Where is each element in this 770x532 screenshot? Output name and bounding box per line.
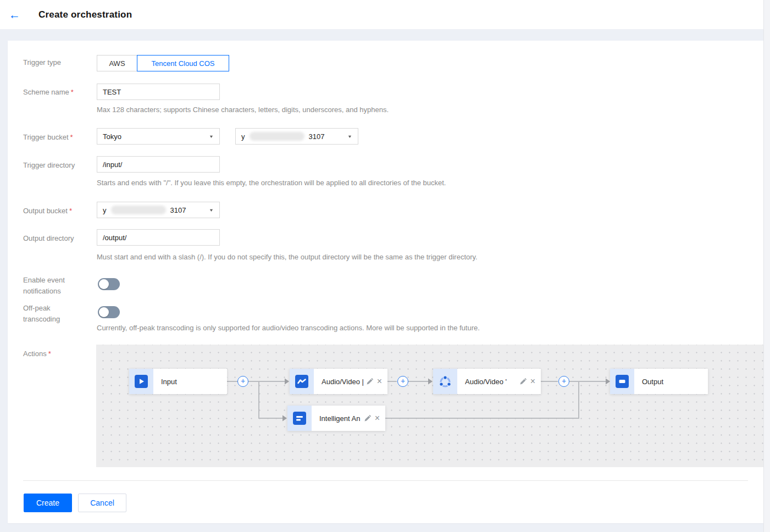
redacted-bucket-name <box>250 132 304 141</box>
connector-lines <box>96 345 763 467</box>
flow-node-label: Audio/Video | <box>322 378 364 386</box>
trigger-type-option-tencent-cos[interactable]: Tencent Cloud COS <box>137 55 229 71</box>
create-orchestration-page: ← Create orchestration Trigger type AWS … <box>0 0 770 532</box>
page-title: Create orchestration <box>38 9 132 20</box>
required-asterisk: * <box>71 88 74 96</box>
trigger-type-option-tencent-cos-label: Tencent Cloud COS <box>152 59 215 68</box>
actions-flow-canvas: Input + Audio/Video | × + <box>96 345 763 467</box>
flow-node-input[interactable]: Input <box>129 369 227 394</box>
required-asterisk: * <box>48 350 51 358</box>
output-directory-value: /output/ <box>103 234 126 242</box>
add-action-button[interactable]: + <box>237 376 248 387</box>
off-peak-toggle[interactable] <box>98 306 120 318</box>
flow-node-intelligent-analysis[interactable]: Intelligent An × <box>287 406 385 431</box>
remove-node-icon[interactable]: × <box>377 377 382 386</box>
scheme-name-value: TEST <box>103 88 121 96</box>
edit-pencil-icon[interactable] <box>366 378 373 385</box>
create-orchestration-form-card: Trigger type AWS Tencent Cloud COS Schem… <box>8 41 763 523</box>
trigger-directory-input[interactable]: /input/ <box>97 156 220 173</box>
required-asterisk: * <box>69 207 72 215</box>
trigger-bucket-label: Trigger bucket* <box>23 132 93 143</box>
trigger-bucket-name-prefix: y <box>241 132 245 141</box>
trigger-directory-value: /input/ <box>103 160 122 169</box>
scheme-name-help: Max 128 characters; supports Chinese cha… <box>97 106 389 114</box>
scrollbar-track[interactable] <box>763 0 770 532</box>
chevron-down-icon: ▼ <box>209 208 214 213</box>
flow-node-label: Output <box>642 378 708 386</box>
flow-node-label: Input <box>161 378 227 386</box>
flow-node-label: Audio/Video ' <box>465 378 517 386</box>
chevron-down-icon: ▼ <box>209 134 214 139</box>
flow-node-audio-video-1[interactable]: Audio/Video | × <box>290 369 387 394</box>
flow-node-output[interactable]: Output <box>610 369 708 394</box>
edit-pencil-icon[interactable] <box>364 415 371 422</box>
cancel-button[interactable]: Cancel <box>78 494 126 512</box>
output-bucket-suffix: 3107 <box>170 206 186 214</box>
create-button[interactable]: Create <box>24 494 72 512</box>
scheme-name-input[interactable]: TEST <box>97 84 220 100</box>
trigger-directory-help: Starts and ends with "/". If you leave t… <box>97 179 446 187</box>
cluster-icon <box>433 369 457 394</box>
back-arrow-icon[interactable]: ← <box>9 9 20 20</box>
toggle-knob <box>99 279 109 289</box>
flow-node-label: Intelligent An <box>319 414 362 423</box>
remove-node-icon[interactable]: × <box>375 414 380 423</box>
trigger-directory-label: Trigger directory <box>23 160 93 171</box>
flow-node-audio-video-2[interactable]: Audio/Video ' × <box>433 369 541 394</box>
output-bucket-label: Output bucket* <box>23 206 93 217</box>
trigger-bucket-name-suffix: 3107 <box>309 132 325 141</box>
chevron-down-icon: ▼ <box>347 134 352 139</box>
trigger-type-label: Trigger type <box>23 57 93 68</box>
output-bucket-prefix: y <box>103 206 107 214</box>
trigger-bucket-region-select[interactable]: Tokyo ▼ <box>97 128 220 145</box>
remove-node-icon[interactable]: × <box>530 377 535 386</box>
redacted-bucket-name <box>111 206 166 214</box>
off-peak-label: Off-peak transcoding <box>23 303 93 325</box>
edit-pencil-icon[interactable] <box>519 378 527 385</box>
actions-label: Actions* <box>23 348 93 359</box>
trigger-type-option-aws[interactable]: AWS <box>97 55 137 71</box>
footer-divider <box>23 480 748 481</box>
trigger-bucket-region-value: Tokyo <box>103 132 121 141</box>
event-notifications-label: Enable event notifications <box>23 275 93 297</box>
waveform-icon <box>290 369 314 394</box>
output-directory-help: Must start and end with a slash (/). If … <box>97 253 478 261</box>
event-notifications-toggle[interactable] <box>98 278 120 290</box>
off-peak-help: Currently, off-peak transcoding is only … <box>97 324 480 332</box>
list-icon <box>287 406 312 431</box>
top-bar: ← Create orchestration <box>0 0 763 29</box>
add-action-button[interactable]: + <box>558 376 569 387</box>
trigger-bucket-name-select[interactable]: y 3107 ▼ <box>235 128 358 145</box>
trigger-type-option-aws-label: AWS <box>109 59 125 68</box>
add-action-button[interactable]: + <box>397 376 408 387</box>
required-asterisk: * <box>70 133 73 141</box>
play-icon <box>129 369 153 394</box>
output-directory-input[interactable]: /output/ <box>97 229 220 246</box>
screen-icon <box>610 369 634 394</box>
scheme-name-label: Scheme name* <box>23 87 93 98</box>
output-directory-label: Output directory <box>23 233 93 244</box>
toggle-knob <box>99 307 109 317</box>
output-bucket-select[interactable]: y 3107 ▼ <box>97 202 220 218</box>
